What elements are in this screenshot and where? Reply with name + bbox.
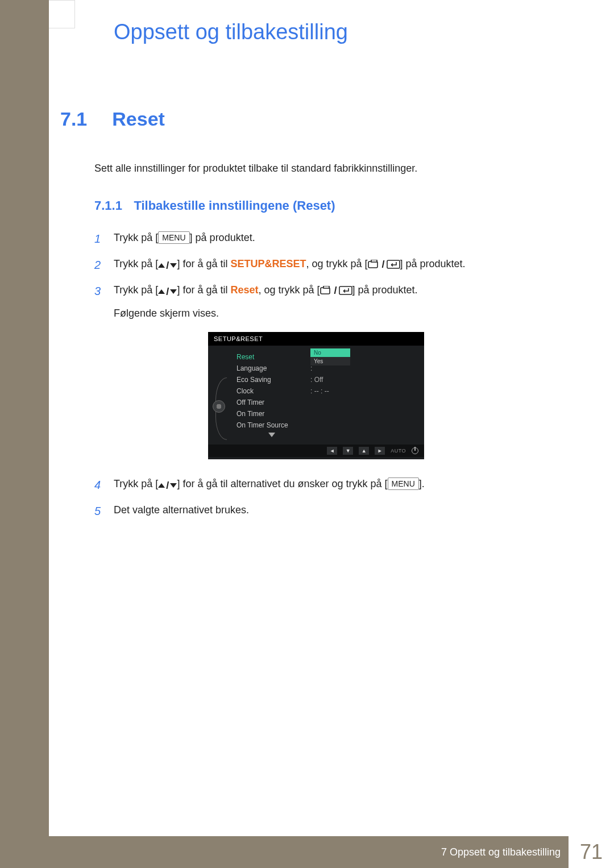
osd-item-ontimersource: On Timer Source [234,420,418,431]
text-fragment: ] for å gå til [177,258,230,269]
svg-rect-2 [387,260,400,268]
footer-chapter-label: 7 Oppsett og tilbakestilling [441,846,561,858]
osd-nav-down-icon: ▼ [343,447,353,455]
osd-popup-no: No [310,348,350,357]
page-number: 71 [569,836,614,868]
osd-nav-up-icon: ▲ [359,447,369,455]
osd-title: SETUP&RESET [208,332,424,346]
text-fragment: ] på produktet. [190,232,255,243]
osd-item-label: Reset [237,353,310,361]
osd-popup: No Yes [310,348,350,366]
step-number: 2 [94,255,114,275]
osd-item-eco: Eco Saving : Off [234,374,418,385]
tab-cutout [49,0,75,28]
target-label: SETUP&RESET [230,258,306,269]
target-label: Reset [230,284,258,296]
text-fragment: , og trykk på [ [306,258,367,269]
left-spine [0,0,49,868]
content-area: 7.1 Reset Sett alle innstillinger for pr… [60,108,572,528]
osd-nav-left-icon: ◄ [327,447,337,455]
up-down-icon: / [158,283,177,301]
menu-key-icon: MENU [158,231,189,244]
chapter-title: Oppsett og tilbakestilling [114,20,348,44]
osd-body: Reset No Yes Language : Eco Saving : Off… [208,346,424,445]
osd-screenshot: SETUP&RESET Reset No Yes Language : [208,332,424,459]
subsection-heading: 7.1.1 Tilbakestille innstillingene (Rese… [94,198,572,213]
text-fragment: ] på produktet. [352,284,418,296]
osd-nav-right-icon: ► [375,447,385,455]
step-number: 5 [94,501,114,521]
text-fragment: , og trykk på [ [258,284,320,296]
step-number: 1 [94,229,114,248]
svg-rect-5 [339,286,352,294]
step-text: Trykk på [MENU] på produktet. [114,229,572,248]
text-fragment: Trykk på [ [114,258,158,269]
osd-item-value: : [310,364,312,372]
step-4: 4 Trykk på [/] for å gå til alternativet… [94,475,572,495]
step-text: Trykk på [/] for å gå til SETUP&RESET, o… [114,255,572,275]
following-text: Følgende skjerm vises. [114,308,572,319]
osd-item-value: : -- : -- [310,387,329,395]
power-icon [412,447,418,454]
osd-auto-label: AUTO [391,448,406,454]
up-down-icon: / [158,477,177,495]
step-text: Trykk på [/] for å gå til alternativet d… [114,475,572,495]
menu-key-icon: MENU [388,477,419,490]
osd-item-label: Off Timer [237,398,310,406]
section-number: 7.1 [60,108,87,130]
svg-rect-4 [323,286,329,288]
osd-item-label: Clock [237,387,310,395]
text-fragment: ] for å gå til [177,284,230,296]
text-fragment: ] på produktet. [400,258,466,269]
intro-text: Sett alle innstillinger for produktet ti… [94,161,572,176]
section-heading: 7.1 Reset [60,108,572,130]
step-3: 3 Trykk på [/] for å gå til Reset, og tr… [94,281,572,301]
osd-item-reset: Reset No Yes [234,351,418,363]
step-number: 4 [94,475,114,495]
text-fragment: ]. [419,478,425,489]
step-2: 2 Trykk på [/] for å gå til SETUP&RESET,… [94,255,572,275]
source-enter-icon: / [368,256,400,273]
osd-item-label: On Timer [237,410,310,418]
subsection-title: Tilbakestille innstillingene (Reset) [134,198,335,213]
source-enter-icon: / [320,282,352,300]
osd-item-label: Language [237,364,310,372]
osd-menu: Reset No Yes Language : Eco Saving : Off… [234,351,418,439]
step-1: 1 Trykk på [MENU] på produktet. [94,229,572,248]
osd-item-label: On Timer Source [237,421,310,429]
osd-item-ontimer: On Timer [234,408,418,420]
text-fragment: Trykk på [ [114,284,158,296]
svg-rect-1 [371,260,377,262]
up-down-icon: / [158,257,177,275]
text-fragment: ] for å gå til alternativet du ønsker og… [177,478,387,489]
osd-item-label: Eco Saving [237,376,310,384]
osd-item-value: : Off [310,376,323,384]
osd-item-offtimer: Off Timer [234,397,418,408]
page-footer: 7 Oppsett og tilbakestilling 71 [49,836,614,868]
osd-footer: ◄ ▼ ▲ ► AUTO [208,445,424,457]
subsection-number: 7.1.1 [94,198,122,213]
step-5: 5 Det valgte alternativet brukes. [94,501,572,521]
step-text: Trykk på [/] for å gå til Reset, og tryk… [114,281,572,301]
section-title: Reset [112,108,165,130]
osd-more-indicator [234,431,418,439]
text-fragment: Trykk på [ [114,478,158,489]
step-text: Det valgte alternativet brukes. [114,501,572,521]
osd-item-clock: Clock : -- : -- [234,385,418,397]
text-fragment: Trykk på [ [114,232,158,243]
osd-popup-yes: Yes [310,357,350,366]
step-number: 3 [94,281,114,301]
osd-side-decoration [211,351,231,439]
